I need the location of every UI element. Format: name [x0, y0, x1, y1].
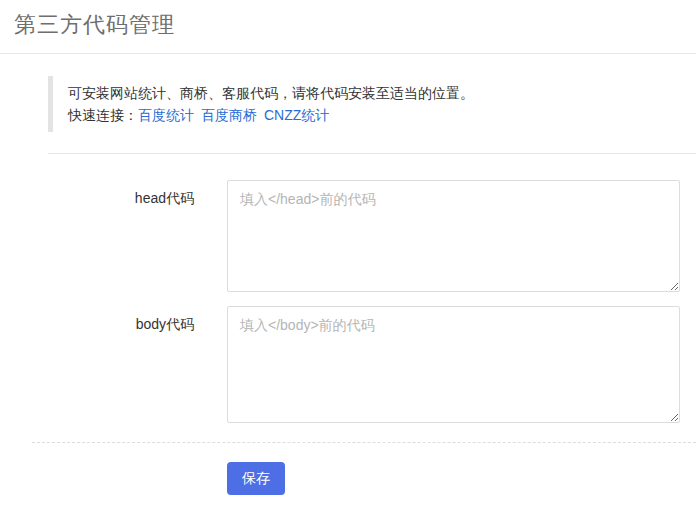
- notice-box: 可安装网站统计、商桥、客服代码，请将代码安装至适当的位置。 快速连接：百度统计百…: [48, 76, 696, 132]
- link-cnzz-tongji[interactable]: CNZZ统计: [264, 107, 329, 123]
- quick-links-row: 快速连接：百度统计百度商桥CNZZ统计: [68, 104, 696, 126]
- form-row-body-code: body代码: [0, 306, 696, 423]
- head-code-textarea[interactable]: [227, 180, 680, 292]
- quick-links-label: 快速连接：: [68, 107, 138, 123]
- head-code-label: head代码: [0, 180, 227, 208]
- link-baidu-tongji[interactable]: 百度统计: [138, 107, 194, 123]
- body-code-textarea[interactable]: [227, 306, 680, 423]
- dashed-divider: [32, 442, 696, 443]
- link-baidu-shangqiao[interactable]: 百度商桥: [201, 107, 257, 123]
- notice-text: 可安装网站统计、商桥、客服代码，请将代码安装至适当的位置。: [68, 82, 696, 104]
- body-code-label: body代码: [0, 306, 227, 334]
- save-button[interactable]: 保存: [227, 462, 285, 495]
- page-title: 第三方代码管理: [0, 0, 696, 54]
- third-party-code-form: head代码 body代码 保存: [0, 180, 696, 495]
- section-divider: [48, 153, 696, 154]
- form-row-head-code: head代码: [0, 180, 696, 292]
